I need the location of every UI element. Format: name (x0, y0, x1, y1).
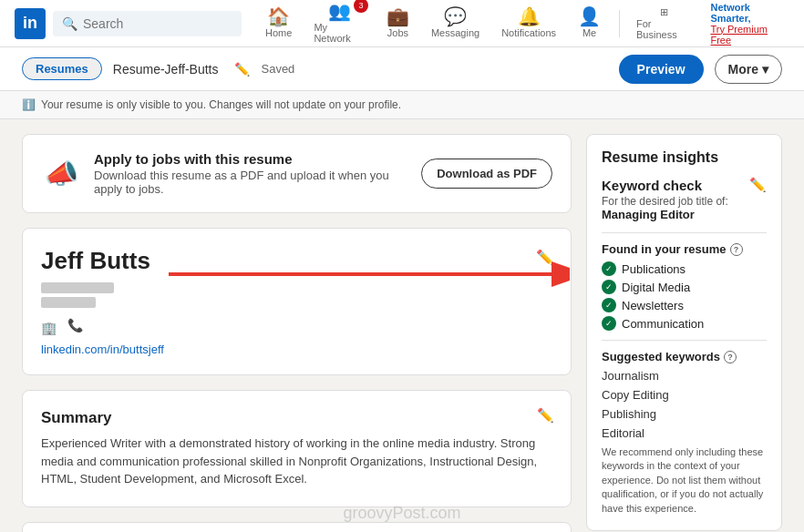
check-icon-digital-media: ✓ (602, 280, 616, 294)
nav-item-home[interactable]: 🏠 Home (256, 4, 301, 44)
network-badge: 3 (354, 0, 368, 13)
premium-cta[interactable]: Network Smarter, Try Premium Free (710, 2, 789, 46)
me-icon: 👤 (578, 7, 601, 26)
nav-item-network[interactable]: 3 👥 My Network (304, 0, 374, 49)
edit-summary-icon[interactable]: ✏️ (537, 407, 554, 424)
keyword-check-section: Keyword check ✏️ For the desired job tit… (602, 177, 767, 221)
download-pdf-button[interactable]: Download as PDF (421, 159, 552, 189)
check-icon-communication: ✓ (602, 316, 616, 331)
check-icon-publications: ✓ (602, 261, 616, 276)
contact-blur-2 (41, 297, 96, 308)
desired-job-value: Managing Editor (602, 208, 767, 221)
found-item-communication: ✓ Communication (602, 316, 767, 331)
suggested-title: Suggested keywords ? (602, 350, 767, 363)
found-section: Found in your resume ? ✓ Publications ✓ … (602, 242, 767, 331)
search-box[interactable]: 🔍 (53, 11, 242, 36)
nav-item-me[interactable]: 👤 Me (569, 4, 610, 44)
apply-subtitle: Download this resume as a PDF and upload… (94, 169, 408, 196)
main-content: 📣 Apply to jobs with this resume Downloa… (0, 119, 804, 532)
found-help-icon[interactable]: ? (730, 243, 743, 256)
divider-2 (602, 340, 767, 341)
suggested-journalism: Journalism (602, 369, 767, 383)
messaging-icon: 💬 (444, 7, 467, 26)
search-icon: 🔍 (62, 16, 77, 31)
summary-title: Summary (41, 409, 552, 427)
resume-name-label: Resume-Jeff-Butts (113, 62, 219, 77)
insights-title: Resume insights (602, 149, 767, 166)
phone-number-icon: 📞 (67, 318, 83, 332)
resume-card: ✏️ Jeff Butts 🏢 📞 linkedin.com/in/buttsj… (22, 228, 572, 375)
edit-resume-name-icon[interactable]: ✏️ (234, 62, 250, 77)
apply-card: 📣 Apply to jobs with this resume Downloa… (22, 134, 572, 213)
suggested-note: We recommend only including these keywor… (602, 445, 767, 516)
found-title: Found in your resume ? (602, 242, 767, 256)
nav-item-messaging[interactable]: 💬 Messaging (422, 4, 489, 44)
search-input[interactable] (83, 16, 232, 31)
keyword-check-edit-icon[interactable]: ✏️ (749, 177, 767, 193)
megaphone-icon: 📣 (41, 154, 81, 194)
edit-contact-icon[interactable]: ✏️ (536, 249, 554, 266)
insights-panel: Resume insights Keyword check ✏️ For the… (586, 134, 782, 531)
left-panel: 📣 Apply to jobs with this resume Downloa… (22, 134, 572, 532)
for-business-button[interactable]: ⊞ For Business (629, 3, 699, 44)
suggested-help-icon[interactable]: ? (724, 351, 737, 363)
info-icon: ℹ️ (22, 98, 36, 111)
sub-nav: Resumes Resume-Jeff-Butts ✏️ Saved Previ… (0, 47, 804, 91)
nav-items: 🏠 Home 3 👥 My Network 💼 Jobs 💬 Messaging… (256, 0, 789, 49)
apply-title: Apply to jobs with this resume (94, 151, 408, 167)
suggested-section: Suggested keywords ? Journalism Copy Edi… (602, 350, 767, 516)
home-icon: 🏠 (267, 7, 290, 26)
found-item-publications: ✓ Publications (602, 261, 767, 276)
resumes-tab[interactable]: Resumes (22, 57, 102, 80)
jobs-icon: 💼 (387, 7, 409, 26)
linkedin-logo: in (15, 8, 46, 39)
linkedin-link[interactable]: linkedin.com/in/buttsjeff (41, 343, 552, 356)
desired-job-label: For the desired job title of: (602, 195, 767, 208)
summary-content: Experienced Writer with a demonstrated h… (41, 435, 552, 488)
keyword-check-title: Keyword check ✏️ (602, 177, 767, 193)
saved-badge: Saved (261, 62, 294, 76)
nav-item-notifications[interactable]: 🔔 Notifications (492, 4, 565, 44)
apply-text: Apply to jobs with this resume Download … (94, 151, 408, 196)
more-button[interactable]: More ▾ (715, 55, 782, 84)
suggested-copy-editing: Copy Editing (602, 388, 767, 402)
found-item-newsletters: ✓ Newsletters (602, 298, 767, 312)
grid-icon: ⊞ (660, 6, 668, 18)
chevron-down-icon: ▾ (762, 62, 768, 77)
right-panel: Resume insights Keyword check ✏️ For the… (586, 134, 782, 532)
phone-icon: 🏢 (41, 321, 57, 335)
contact-blur-1 (41, 282, 114, 293)
suggested-editorial: Editorial (602, 426, 767, 440)
suggested-publishing: Publishing (602, 407, 767, 421)
preview-button[interactable]: Preview (619, 55, 704, 84)
notifications-icon: 🔔 (518, 7, 541, 26)
top-nav: in 🔍 🏠 Home 3 👥 My Network 💼 Jobs 💬 Mess… (0, 0, 804, 47)
divider-1 (602, 232, 767, 233)
info-bar: ℹ️ Your resume is only visible to you. C… (0, 91, 804, 119)
check-icon-newsletters: ✓ (602, 298, 616, 312)
resume-person-name: Jeff Butts (41, 247, 552, 275)
summary-section: ✏️ Summary Experienced Writer with a dem… (22, 390, 572, 507)
found-item-digital-media: ✓ Digital Media (602, 280, 767, 294)
network-icon: 👥 (328, 2, 351, 20)
nav-item-jobs[interactable]: 💼 Jobs (377, 4, 418, 44)
experience-section: + Experience gP Editor groovyPost Oct 20… (22, 522, 572, 533)
